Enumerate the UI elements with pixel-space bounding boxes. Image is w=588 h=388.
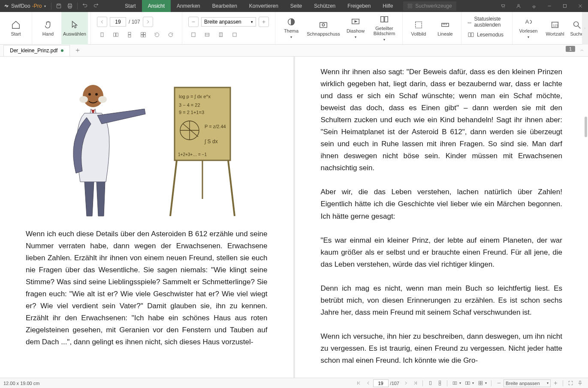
rulers-button[interactable]: Lineale — [432, 12, 458, 45]
illustration-board: log p = ∫ dx e^x 3 − 4 = 22 9 = 2 1+1=3 … — [166, 83, 239, 220]
layout-single-icon[interactable] — [97, 30, 107, 40]
svg-point-47 — [574, 21, 579, 26]
zoom-in-button[interactable] — [259, 17, 269, 27]
fit-height-icon[interactable] — [216, 30, 226, 40]
next-page-button[interactable] — [143, 17, 153, 27]
rotate-cw-icon[interactable] — [166, 30, 176, 40]
fit-width-icon[interactable] — [202, 30, 212, 40]
user-icon[interactable] — [511, 0, 526, 12]
menu-start[interactable]: Start — [119, 0, 142, 12]
layout-continuous-icon[interactable] — [124, 30, 135, 40]
svg-text:P = z/2.44: P = z/2.44 — [205, 124, 226, 129]
svg-rect-1 — [58, 4, 60, 5]
view-book-icon[interactable] — [463, 379, 472, 388]
prev-page-status-button[interactable] — [364, 379, 373, 388]
svg-rect-71 — [439, 381, 440, 383]
svg-rect-15 — [114, 33, 116, 36]
hide-statusbar-button[interactable]: Statusleiste ausblenden — [467, 16, 506, 28]
svg-rect-26 — [192, 33, 195, 36]
theme-button[interactable]: Thema▾ — [278, 12, 305, 45]
view-grid-icon[interactable] — [476, 379, 485, 388]
fullscreen-status-icon[interactable] — [566, 379, 575, 388]
svg-rect-76 — [468, 382, 470, 385]
prev-page-button[interactable] — [97, 17, 107, 27]
print-button[interactable] — [64, 0, 75, 12]
bell-icon[interactable] — [526, 0, 542, 12]
snapshot-button[interactable]: Schnappschuss — [305, 12, 342, 45]
svg-rect-78 — [479, 381, 480, 383]
menu-ansicht[interactable]: Ansicht — [142, 0, 171, 12]
view-single-icon[interactable] — [425, 379, 435, 388]
zoom-out-button[interactable] — [188, 17, 199, 27]
view-facing-icon[interactable] — [450, 379, 459, 388]
svg-rect-79 — [481, 381, 482, 383]
svg-point-34 — [322, 24, 325, 26]
close-button[interactable] — [573, 0, 588, 12]
view-continuous-icon[interactable] — [435, 379, 444, 388]
zoom-select[interactable]: Breite anpassen▾ — [201, 17, 256, 27]
select-tool[interactable]: Auswählen — [61, 12, 88, 45]
svg-rect-74 — [455, 382, 457, 385]
layout-grid-icon[interactable] — [138, 30, 148, 40]
fit-page-icon[interactable] — [188, 30, 199, 40]
page-left: log p = ∫ dx e^x 3 − 4 = 22 9 = 2 1+1=3 … — [0, 57, 295, 378]
ribbon-overflow[interactable] — [582, 12, 588, 45]
search-tools[interactable]: Suchwerkzeuge — [403, 1, 456, 11]
menu-schuetzen[interactable]: Schützen — [308, 0, 341, 12]
next-page-status-button[interactable] — [401, 379, 410, 388]
slideshow-button[interactable]: Diashow▾ — [342, 12, 369, 45]
hand-tool[interactable]: Hand — [35, 12, 61, 45]
page-input[interactable] — [110, 17, 126, 27]
brand-name: SwifDoo — [11, 3, 30, 9]
first-page-button[interactable] — [354, 379, 364, 388]
speak-button[interactable]: AVorlesen▾ — [515, 12, 542, 45]
split-button[interactable]: Geteilter Bildschirm▾ — [369, 12, 400, 45]
actual-size-icon[interactable] — [229, 30, 240, 40]
vertical-scrollbar[interactable] — [585, 117, 587, 137]
page-right: Wenn ihr ihnen also sagt: "Der Beweis da… — [295, 57, 588, 378]
wordcount-button[interactable]: 123Wortzahl — [542, 12, 568, 45]
redo-button[interactable] — [90, 0, 102, 12]
document-tab[interactable]: Der_kleine_Prinz.pdf — [3, 45, 70, 56]
svg-rect-33 — [320, 22, 327, 27]
read-mode-button[interactable]: Lesemodus — [467, 29, 506, 41]
svg-point-49 — [83, 85, 103, 107]
menu-konvertieren[interactable]: Konvertieren — [243, 0, 284, 12]
svg-rect-2 — [69, 4, 72, 5]
home-button[interactable]: Start — [3, 12, 29, 45]
right-paragraph-2: Aber wir, die das Leben verstehen, lache… — [321, 186, 563, 222]
menu-seite[interactable]: Seite — [284, 0, 308, 12]
pin-icon[interactable] — [575, 379, 585, 388]
app-icon — [3, 3, 9, 9]
right-paragraph-1: Wenn ihr ihnen also sagt: "Der Beweis da… — [321, 66, 563, 174]
brand-dropdown-icon[interactable]: ▾ — [44, 4, 46, 8]
maximize-button[interactable] — [557, 0, 573, 12]
svg-rect-75 — [465, 382, 467, 385]
svg-rect-14 — [101, 33, 103, 36]
minimize-button[interactable] — [542, 0, 557, 12]
svg-rect-37 — [385, 16, 388, 22]
menu-anmerken[interactable]: Anmerken — [171, 0, 206, 12]
layout-facing-icon[interactable] — [111, 30, 121, 40]
cart-icon[interactable] — [495, 0, 511, 12]
rotate-ccw-icon[interactable] — [152, 30, 162, 40]
zoom-in-status[interactable] — [551, 379, 560, 388]
svg-rect-70 — [429, 382, 431, 385]
add-tab-button[interactable]: ＋ — [72, 45, 83, 56]
zoom-select-status[interactable]: Breite anpassen▾ — [504, 379, 551, 387]
svg-rect-43 — [468, 22, 471, 23]
last-page-button[interactable] — [410, 379, 420, 388]
save-button[interactable] — [53, 0, 64, 12]
svg-rect-73 — [453, 382, 455, 385]
fullscreen-button[interactable]: Vollbild — [405, 12, 432, 45]
collapse-ribbon-button[interactable] — [579, 47, 585, 55]
page-chip: 1 — [566, 46, 575, 52]
document-area[interactable]: log p = ∫ dx e^x 3 − 4 = 22 9 = 2 1+1=3 … — [0, 57, 588, 378]
undo-button[interactable] — [79, 0, 90, 12]
svg-rect-7 — [408, 6, 410, 8]
menu-hilfe[interactable]: Hilfe — [377, 0, 399, 12]
status-page-input[interactable] — [373, 379, 389, 387]
menu-freigeben[interactable]: Freigeben — [341, 0, 377, 12]
zoom-out-status[interactable] — [494, 379, 504, 388]
menu-bearbeiten[interactable]: Bearbeiten — [206, 0, 243, 12]
